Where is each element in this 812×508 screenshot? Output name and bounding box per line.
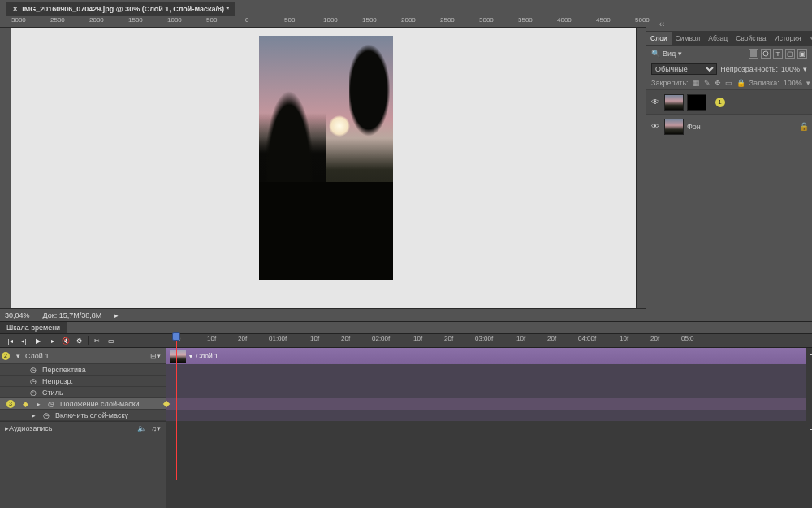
chevron-right-icon[interactable]: ▸ xyxy=(29,411,37,419)
blend-mode-select[interactable]: Обычные xyxy=(651,63,717,75)
document-tab-bar: × IMG_20160906_070429.jpg @ 30% (Слой 1,… xyxy=(0,0,812,16)
property-lane[interactable] xyxy=(166,376,806,387)
lock-brush-icon[interactable]: ✎ xyxy=(704,79,710,87)
filter-adjust-icon[interactable] xyxy=(761,49,771,59)
layers-panel-tabs: Слои Символ Абзац Свойства История Канал… xyxy=(646,31,812,46)
timeline-tick: 05:0 xyxy=(681,335,694,342)
tab-properties[interactable]: Свойства xyxy=(732,32,770,45)
first-frame-button[interactable]: |◂ xyxy=(5,336,15,346)
ruler-tick: 1500 xyxy=(128,16,143,24)
playhead-handle[interactable] xyxy=(172,332,180,341)
stopwatch-icon[interactable]: ◷ xyxy=(29,377,37,385)
property-lane[interactable] xyxy=(166,387,806,398)
tab-history[interactable]: История xyxy=(771,32,806,45)
chevron-down-icon[interactable]: ▾ xyxy=(806,79,810,87)
play-button[interactable]: ▶ xyxy=(32,336,43,346)
filter-pixel-icon[interactable] xyxy=(749,49,758,59)
fill-label: Заливка: xyxy=(749,79,780,87)
stopwatch-icon[interactable]: ◷ xyxy=(47,400,55,408)
filter-type-icon[interactable]: T xyxy=(773,49,783,59)
timeline-panel: Шкала времени |◂ ◂| ▶ |▸ 🔇 ⚙ ✂ ▭ 0 10f 2… xyxy=(0,321,812,508)
app-root: × IMG_20160906_070429.jpg @ 30% (Слой 1,… xyxy=(0,0,812,508)
ruler-tick: 1500 xyxy=(362,16,377,24)
visibility-icon[interactable]: 👁 xyxy=(650,97,661,108)
track-row-layer[interactable]: 2 ▾ Слой 1 ⊟▾ xyxy=(0,348,166,364)
tab-paragraph[interactable]: Абзац xyxy=(704,32,732,45)
timeline-ruler[interactable]: 0 10f 20f 01:00f 10f 20f 02:00f 10f 20f … xyxy=(176,333,807,348)
track-prop-perspective[interactable]: ◷ Перспектива xyxy=(0,364,166,376)
prev-frame-button[interactable]: ◂| xyxy=(19,336,29,346)
zoom-value[interactable]: 30,04% xyxy=(5,311,30,319)
prop-label: Непрозр. xyxy=(42,377,73,385)
viewport[interactable] xyxy=(11,28,636,308)
filter-shape-icon[interactable]: ▢ xyxy=(785,49,795,59)
music-note-icon[interactable]: ♫▾ xyxy=(151,424,161,432)
timeline-title[interactable]: Шкала времени xyxy=(0,322,67,333)
lock-all-icon[interactable]: 🔒 xyxy=(736,79,745,87)
property-lane[interactable] xyxy=(166,364,806,376)
search-icon: 🔍 xyxy=(651,50,660,58)
ruler-tick: 3000 xyxy=(479,16,494,24)
chevron-down-icon[interactable]: ▾ xyxy=(803,65,807,73)
layer-row[interactable]: 👁 Фон 🔒 xyxy=(646,114,812,138)
annotation-badge: 1 xyxy=(715,98,725,107)
transition-button[interactable]: ▭ xyxy=(106,336,116,346)
timeline-tracks-area[interactable]: ▾ Слой 1 + + xyxy=(166,348,812,508)
track-options-icon[interactable]: ⊟▾ xyxy=(150,352,161,360)
ruler-tick: 3000 xyxy=(11,16,26,24)
split-button[interactable]: ✂ xyxy=(92,336,102,346)
lock-icon[interactable]: 🔒 xyxy=(799,122,809,131)
lock-artboard-icon[interactable]: ▭ xyxy=(725,79,732,87)
status-bar: 30,04% Док: 15,7M/38,8M ▸ xyxy=(0,308,646,321)
lock-position-icon[interactable]: ✥ xyxy=(715,79,721,87)
silhouette-right xyxy=(349,36,393,141)
property-lane[interactable] xyxy=(166,410,806,421)
track-prop-opacity[interactable]: ◷ Непрозр. xyxy=(0,376,166,387)
track-prop-mask-enable[interactable]: ▸ ◷ Включить слой-маску xyxy=(0,410,166,421)
layer-mask-thumbnail[interactable] xyxy=(687,94,706,111)
audio-mute-icon[interactable]: 🔈 xyxy=(137,424,146,432)
audio-track-row[interactable]: ▸ Аудиозапись 🔈 ♫▾ xyxy=(0,421,166,434)
mute-button[interactable]: 🔇 xyxy=(60,336,71,346)
fill-value[interactable]: 100% xyxy=(784,79,802,87)
scrollbar-vertical[interactable] xyxy=(636,28,646,308)
layer-name-label[interactable]: Фон xyxy=(687,123,701,131)
tab-symbol[interactable]: Символ xyxy=(672,32,705,45)
document-close-icon[interactable]: × xyxy=(13,5,17,13)
disclosure-icon[interactable]: ▾ xyxy=(189,353,192,360)
track-prop-mask-position[interactable]: 3 ◆ ▸ ◷ Положение слой-маски xyxy=(0,398,166,410)
tab-layers[interactable]: Слои xyxy=(646,32,672,45)
keyframe-nav-icon[interactable]: ◆ xyxy=(21,400,29,408)
settings-button[interactable]: ⚙ xyxy=(74,336,84,346)
disclosure-icon[interactable]: ▾ xyxy=(16,352,20,360)
document-tab[interactable]: × IMG_20160906_070429.jpg @ 30% (Слой 1,… xyxy=(6,2,235,16)
playhead[interactable] xyxy=(176,333,177,480)
tab-channels[interactable]: Каналь xyxy=(805,32,812,45)
layer-thumbnail[interactable] xyxy=(664,94,684,111)
video-clip[interactable]: ▾ Слой 1 xyxy=(166,348,806,364)
visibility-icon[interactable]: 👁 xyxy=(650,121,661,132)
lock-pixels-icon[interactable]: ▦ xyxy=(693,79,700,87)
ruler-tick: 4500 xyxy=(596,16,611,24)
opacity-value[interactable]: 100% xyxy=(781,65,800,73)
ruler-tick: 2500 xyxy=(440,16,455,24)
prop-label: Перспектива xyxy=(42,366,86,374)
layer-filter-type[interactable]: 🔍 Вид ▾ xyxy=(651,50,682,58)
timeline-toolbar: |◂ ◂| ▶ |▸ 🔇 ⚙ ✂ ▭ 0 10f 20f 01:00f 10f … xyxy=(0,333,812,348)
panel-collapse-handle[interactable]: ‹‹ xyxy=(646,16,812,31)
right-panels: ‹‹ Слои Символ Абзац Свойства История Ка… xyxy=(646,16,812,321)
filter-smart-icon[interactable]: ▣ xyxy=(797,49,807,59)
stopwatch-icon[interactable]: ◷ xyxy=(29,389,37,397)
timeline-tick: 10f xyxy=(207,335,216,342)
layer-row[interactable]: 👁 1 xyxy=(646,89,812,114)
stopwatch-icon[interactable]: ◷ xyxy=(29,366,37,374)
stopwatch-icon[interactable]: ◷ xyxy=(42,411,50,419)
chevron-right-icon[interactable]: ▸ xyxy=(114,311,119,319)
property-lane-selected[interactable] xyxy=(166,398,806,410)
layer-thumbnail[interactable] xyxy=(664,119,684,135)
timeline-tick: 10f xyxy=(516,335,525,342)
track-prop-style[interactable]: ◷ Стиль xyxy=(0,387,166,398)
chevron-right-icon[interactable]: ▸ xyxy=(34,400,42,408)
next-frame-button[interactable]: |▸ xyxy=(46,336,57,346)
prop-label: Положение слой-маски xyxy=(60,400,140,408)
